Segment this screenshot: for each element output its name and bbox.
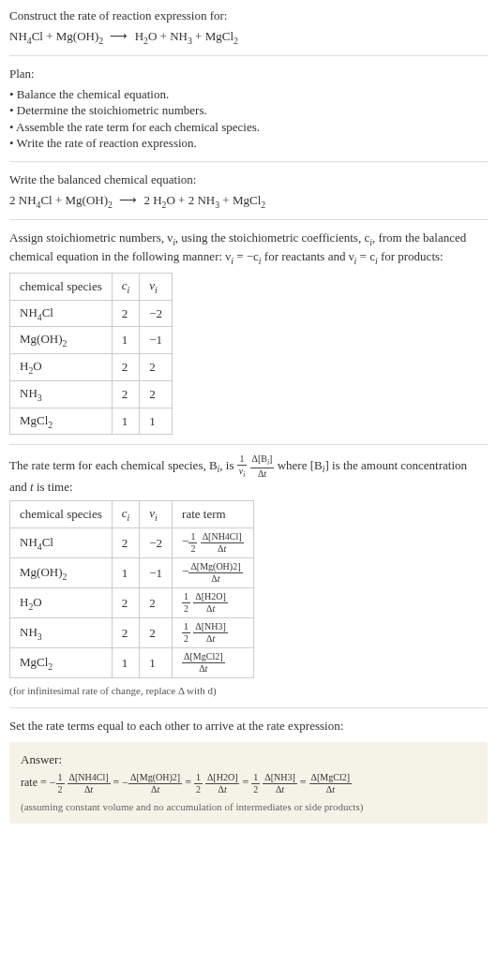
cell-ci: 2 xyxy=(112,618,140,648)
divider xyxy=(9,219,488,220)
cell-vi: −1 xyxy=(140,327,173,354)
cell-rate-term: −12 Δ[NH4Cl]Δt xyxy=(173,528,254,558)
cell-species: MgCl2 xyxy=(10,648,113,678)
table-row: NH4Cl2−2−12 Δ[NH4Cl]Δt xyxy=(10,528,254,558)
plan-title: Plan: xyxy=(9,66,488,82)
plan-item: Assemble the rate term for each chemical… xyxy=(9,119,488,136)
cell-species: MgCl2 xyxy=(10,408,113,435)
cell-ci: 1 xyxy=(112,327,140,354)
balance-title: Write the balanced chemical equation: xyxy=(9,171,488,188)
cell-ci: 1 xyxy=(112,408,140,435)
species-nh3: NH3 xyxy=(170,29,192,43)
reaction-arrow-icon: ⟶ xyxy=(119,192,137,209)
cell-species: H2O xyxy=(10,588,113,618)
cell-vi: 2 xyxy=(140,588,173,618)
cell-ci: 1 xyxy=(112,558,140,588)
plan-item: Balance the chemical equation. xyxy=(9,86,488,103)
reaction-arrow-icon: ⟶ xyxy=(110,28,128,45)
plan-item: Determine the stoichiometric numbers. xyxy=(9,102,488,119)
divider xyxy=(9,707,488,708)
cell-vi: 2 xyxy=(140,380,173,408)
cell-vi: 1 xyxy=(140,408,173,435)
cell-species: Mg(OH)2 xyxy=(10,558,113,588)
cell-vi: 2 xyxy=(140,618,173,648)
answer-box: Answer: rate = −12 Δ[NH4Cl]Δt = −Δ[Mg(OH… xyxy=(9,742,488,824)
species-nh4cl: NH4Cl xyxy=(19,193,53,207)
balance-block: Write the balanced chemical equation: 2 … xyxy=(9,171,488,210)
cell-vi: −2 xyxy=(140,528,173,558)
cell-rate-term: 12 Δ[H2O]Δt xyxy=(173,588,254,618)
col-rate-term: rate term xyxy=(173,501,254,528)
cell-vi: 2 xyxy=(140,354,173,381)
cell-ci: 2 xyxy=(112,300,140,327)
answer-title: Answer: xyxy=(21,751,476,768)
col-vi: νi xyxy=(140,273,173,300)
table-header-row: chemical species ci νi xyxy=(10,273,173,300)
cell-vi: 1 xyxy=(140,648,173,678)
species-mgcl2: MgCl2 xyxy=(233,193,265,207)
set-equal-line: Set the rate terms equal to each other t… xyxy=(9,718,488,735)
cell-vi: −2 xyxy=(140,300,173,327)
cell-ci: 2 xyxy=(112,588,140,618)
col-species: chemical species xyxy=(10,273,113,300)
answer-note: (assuming constant volume and no accumul… xyxy=(21,800,476,814)
col-ci: ci xyxy=(112,501,140,528)
document-root: Construct the rate of reaction expressio… xyxy=(0,0,497,835)
divider xyxy=(9,55,488,56)
divider xyxy=(9,161,488,162)
table-row: Mg(OH)21−1−Δ[Mg(OH)2]Δt xyxy=(10,558,254,588)
rate-expression: rate = −12 Δ[NH4Cl]Δt = −Δ[Mg(OH)2]Δt = … xyxy=(21,773,476,794)
species-h2o: H2O xyxy=(135,29,158,43)
cell-rate-term: −Δ[Mg(OH)2]Δt xyxy=(173,558,254,588)
table-row: MgCl211Δ[MgCl2]Δt xyxy=(10,648,254,678)
cell-ci: 2 xyxy=(112,528,140,558)
intro-block: Construct the rate of reaction expressio… xyxy=(9,7,488,46)
table-row: H2O22 xyxy=(10,354,173,381)
table-row: NH32212 Δ[NH3]Δt xyxy=(10,618,254,648)
cell-vi: −1 xyxy=(140,558,173,588)
table-header-row: chemical species ci νi rate term xyxy=(10,501,254,528)
assign-block: Assign stoichiometric numbers, νi, using… xyxy=(9,230,488,267)
cell-species: Mg(OH)2 xyxy=(10,327,113,354)
species-nh3: NH3 xyxy=(197,193,219,207)
table-row: MgCl211 xyxy=(10,408,173,435)
plan-item: Write the rate of reaction expression. xyxy=(9,135,488,152)
cell-species: NH4Cl xyxy=(10,528,113,558)
cell-species: NH4Cl xyxy=(10,300,113,327)
infinitesimal-note: (for infinitesimal rate of change, repla… xyxy=(9,684,488,698)
cell-species: NH3 xyxy=(10,380,113,408)
intro-line: Construct the rate of reaction expressio… xyxy=(9,7,488,24)
species-mgoh2: Mg(OH)2 xyxy=(56,29,103,43)
table-row: NH4Cl2−2 xyxy=(10,300,173,327)
cell-rate-term: Δ[MgCl2]Δt xyxy=(173,648,254,678)
species-mgoh2: Mg(OH)2 xyxy=(66,193,113,207)
unbalanced-equation: NH4Cl + Mg(OH)2 ⟶ H2O + NH3 + MgCl2 xyxy=(9,28,488,47)
cell-ci: 2 xyxy=(112,354,140,381)
cell-ci: 2 xyxy=(112,380,140,408)
stoich-table: chemical species ci νi NH4Cl2−2Mg(OH)21−… xyxy=(9,273,173,436)
col-species: chemical species xyxy=(10,501,113,528)
rateterm-intro: The rate term for each chemical species,… xyxy=(9,454,488,495)
rate-term-table: chemical species ci νi rate term NH4Cl2−… xyxy=(9,500,254,678)
species-nh4cl: NH4Cl xyxy=(9,29,43,43)
rate-term-formula: 1νi Δ[Bi]Δt xyxy=(237,458,278,472)
plan-block: Plan: Balance the chemical equation. Det… xyxy=(9,66,488,152)
divider xyxy=(9,444,488,445)
species-h2o: H2O xyxy=(153,193,175,207)
plan-list: Balance the chemical equation. Determine… xyxy=(9,86,488,152)
cell-ci: 1 xyxy=(112,648,140,678)
cell-species: H2O xyxy=(10,354,113,381)
table-row: Mg(OH)21−1 xyxy=(10,327,173,354)
col-vi: νi xyxy=(140,501,173,528)
cell-species: NH3 xyxy=(10,618,113,648)
table-row: H2O2212 Δ[H2O]Δt xyxy=(10,588,254,618)
col-ci: ci xyxy=(112,273,140,300)
species-mgcl2: MgCl2 xyxy=(205,29,238,43)
balanced-equation: 2 NH4Cl + Mg(OH)2 ⟶ 2 H2O + 2 NH3 + MgCl… xyxy=(9,192,488,211)
table-row: NH322 xyxy=(10,380,173,408)
cell-rate-term: 12 Δ[NH3]Δt xyxy=(173,618,254,648)
